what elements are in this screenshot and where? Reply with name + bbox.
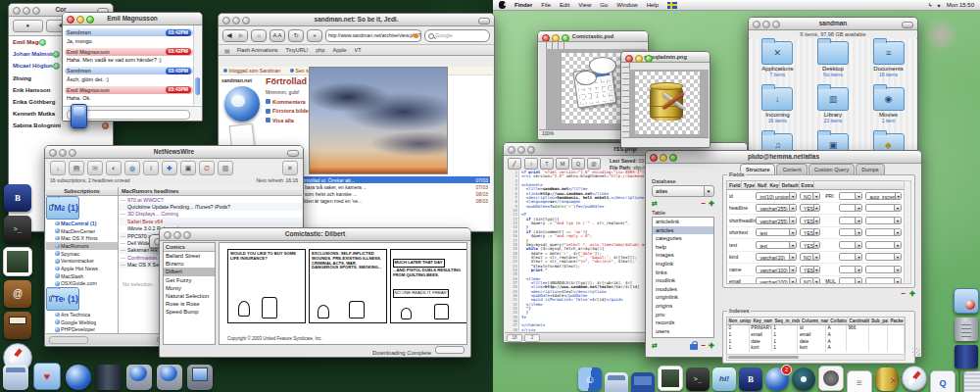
finder-titlebar[interactable]: sandman (749, 18, 917, 30)
sky-photo[interactable] (309, 67, 448, 174)
subscription-row[interactable]: OSXGuide.com (46, 280, 118, 288)
info-icon[interactable]: i (143, 161, 159, 175)
buddy-row[interactable]: Johan Malmström (9, 48, 64, 60)
default-dropdown[interactable]: ▾ (839, 228, 863, 236)
table-row[interactable]: users (653, 327, 713, 336)
default-dropdown[interactable]: ▾ (839, 253, 863, 261)
logged-in-as[interactable]: Inloggad som Sandman (228, 68, 280, 74)
comic-row[interactable]: Monty (164, 284, 215, 292)
subscription-row[interactable]: Mac OS X Hints (46, 234, 118, 242)
home-button[interactable]: ⌂ (251, 29, 267, 42)
extra-dropdown[interactable]: ▾ (865, 204, 902, 212)
null-dropdown[interactable]: YES▾ (800, 241, 820, 249)
post-weblog-icon[interactable]: ✉ (87, 161, 103, 175)
bookmarks-book-icon[interactable]: ▤ (224, 47, 230, 54)
sites-icon[interactable]: ◐ (106, 161, 122, 175)
subscription-row[interactable]: MacSlash (46, 272, 118, 280)
null-dropdown[interactable]: NO▾ (800, 253, 820, 261)
db-tab[interactable]: Custom Query (808, 164, 855, 174)
comic-row[interactable]: Get Fuzzy (164, 276, 215, 284)
safari-dock-icon[interactable] (902, 366, 927, 392)
nnw-titlebar[interactable]: NetNewsWire (45, 146, 303, 159)
finder-item[interactable]: ↓ Incoming 16 items (750, 84, 806, 130)
comic-row[interactable]: Bizarro (164, 260, 215, 268)
add-table-icon[interactable]: ✚ (709, 342, 714, 349)
table-row[interactable]: modules (653, 285, 713, 294)
computer-icon[interactable] (954, 318, 979, 341)
menu-item[interactable]: Help (647, 2, 659, 8)
remove-table-icon[interactable]: − (701, 342, 706, 349)
null-dropdown[interactable]: YES▾ (800, 204, 820, 212)
editor-tool-button[interactable]: M (556, 158, 569, 170)
field-row[interactable]: shortheadline varchar(255)▾ YES▾ ▾ ▾ (727, 215, 905, 227)
mark-read-icon[interactable]: ▤ (69, 161, 84, 175)
dock-divider[interactable] (958, 370, 960, 392)
bookmark-item[interactable]: Apple (332, 47, 346, 53)
menu-item[interactable]: Go (600, 2, 608, 8)
comic-row[interactable]: Speed Bump (164, 308, 215, 316)
reload-button[interactable]: ↻ (288, 29, 304, 42)
bbedit-dock-icon[interactable]: B (739, 368, 762, 392)
add-bookmark-button[interactable]: + (307, 29, 322, 42)
null-dropdown[interactable]: NO▾ (800, 192, 820, 200)
editor-tool-button[interactable]: @ (587, 158, 601, 170)
system-prefs-dock-icon[interactable] (605, 372, 628, 392)
type-dropdown[interactable]: varchar(100)▾ (756, 266, 797, 273)
psd2-canvas[interactable] (629, 70, 709, 138)
extra-dropdown[interactable]: ▾ (865, 266, 902, 273)
index-column-header[interactable]: Sub_part (870, 318, 889, 324)
index-column-header[interactable]: Seq_in_index (773, 318, 801, 324)
columns-icon[interactable]: ▥ (218, 161, 233, 175)
null-dropdown[interactable]: YES▾ (800, 217, 820, 224)
chat-titlebar[interactable]: Emil Magnusson (63, 13, 202, 25)
finder-item[interactable]: Desktop No items (806, 38, 861, 84)
field-row[interactable]: headline varchar(255)▾ YES▾ ▾ ▾ (727, 203, 905, 216)
subscription-row[interactable]: Apple Hot News (46, 265, 118, 272)
subscription-row[interactable]: Google Weblog (46, 318, 118, 326)
external-drive-icon[interactable] (954, 345, 979, 368)
table-row[interactable]: links (653, 269, 713, 277)
headlines-header[interactable]: MacRumors headlines (119, 187, 302, 196)
table-row[interactable]: records (653, 318, 713, 327)
index-column-header[interactable]: Key_name (752, 318, 773, 324)
table-row[interactable]: priv (653, 311, 713, 319)
favorites-folder-dock-icon[interactable] (33, 363, 61, 390)
index-row[interactable]: 1kort 1kort A (727, 345, 905, 352)
fields-scrollbar[interactable] (904, 180, 911, 284)
window-controls[interactable] (753, 21, 780, 28)
battery-icon[interactable]: ϟ (928, 2, 931, 8)
refresh-icon[interactable]: ↓ (50, 161, 66, 175)
table-row[interactable]: originlink (653, 293, 713, 302)
bbedit-dock-icon[interactable]: B (3, 184, 32, 212)
remove-field-icon[interactable]: − (901, 290, 906, 297)
customize-toolbar-icon[interactable]: ✕ (282, 161, 298, 175)
type-dropdown[interactable]: text▾ (756, 228, 797, 236)
finder-item[interactable]: ≡ Documents 16 items (860, 38, 916, 84)
menu-item[interactable]: Edit (560, 2, 569, 8)
lock-icon[interactable] (690, 344, 698, 350)
bookmark-item[interactable]: TinyURL! (286, 47, 309, 53)
watson-dock-icon[interactable] (792, 368, 815, 392)
subscribe-icon[interactable]: ✚ (162, 161, 177, 175)
comics-list-header[interactable]: Comics (164, 243, 215, 252)
index-row[interactable]: 1date 1date A (727, 339, 905, 346)
default-dropdown[interactable]: ▾ (839, 241, 863, 249)
footer-segment[interactable]: 18 (507, 334, 522, 342)
extra-dropdown[interactable]: auto_increment▾ (865, 192, 902, 200)
field-row[interactable]: text text▾ YES▾ ▾ ▾ (727, 239, 905, 252)
server-dock-icon[interactable] (96, 365, 122, 390)
default-dropdown[interactable]: ▾ (839, 266, 863, 273)
extra-dropdown[interactable]: ▾ (865, 228, 902, 236)
table-row[interactable]: help (653, 243, 713, 252)
index-column-header[interactable]: Column_name (801, 318, 829, 324)
refresh-icon[interactable]: ⇄ (652, 200, 658, 207)
comic-row[interactable]: Rose is Rose (164, 300, 215, 308)
null-dropdown[interactable]: YES▾ (800, 228, 820, 236)
terminal-dock-icon[interactable]: >_ (3, 216, 32, 243)
back-button[interactable]: ◀ (223, 30, 235, 41)
field-column-header[interactable]: Extra (800, 181, 815, 189)
index-column-header[interactable]: Collation (829, 318, 848, 324)
buddy-row[interactable]: Sabina Bolognini (9, 120, 113, 131)
desktop-folder-icon[interactable] (954, 288, 979, 314)
finder-item[interactable]: ▥ Library 23 items (806, 84, 861, 130)
